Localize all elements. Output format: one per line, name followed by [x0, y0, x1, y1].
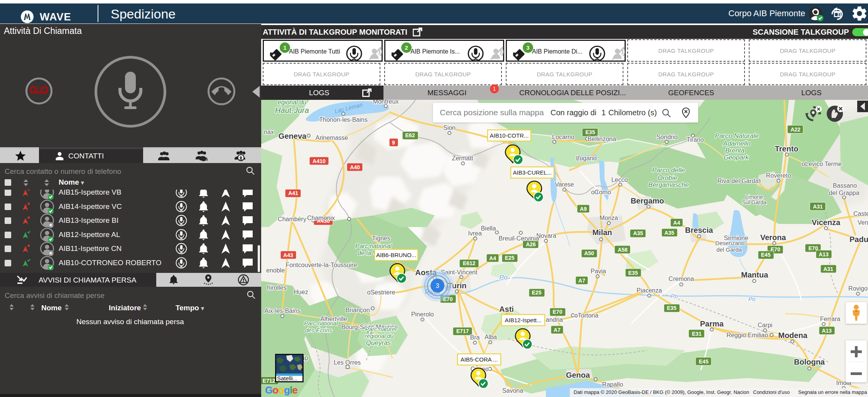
svg-text:Ivrea: Ivrea: [468, 230, 482, 237]
svg-text:Cremona: Cremona: [669, 276, 694, 282]
svg-text:Zermatt: Zermatt: [452, 155, 473, 161]
svg-text:A7: A7: [578, 278, 585, 284]
svg-text:Breuil-Cervinia: Breuil-Cervinia: [499, 235, 539, 242]
svg-text:Annemasse: Annemasse: [316, 135, 348, 141]
svg-text:Vene: Vene: [858, 219, 868, 226]
svg-text:Po: Po: [748, 296, 755, 302]
svg-text:A50: A50: [584, 250, 594, 256]
svg-text:Parma: Parma: [700, 320, 724, 328]
svg-text:E31: E31: [692, 331, 702, 337]
svg-text:E62: E62: [405, 132, 415, 138]
svg-text:Lecco: Lecco: [611, 177, 628, 183]
svg-text:Asti: Asti: [499, 305, 514, 313]
svg-text:AIB3-CUREL...: AIB3-CUREL...: [513, 169, 552, 176]
svg-text:E45: E45: [761, 252, 771, 258]
svg-text:Chambéry: Chambéry: [278, 216, 306, 222]
svg-text:Pinerolo: Pinerolo: [411, 311, 434, 318]
svg-text:9: 9: [392, 140, 395, 146]
svg-text:Haut-Jura: Haut-Jura: [275, 106, 309, 114]
svg-text:Geopark: Geopark: [723, 154, 749, 161]
svg-text:Fontcouverte-la-Toussuire: Fontcouverte-la-Toussuire: [286, 262, 357, 268]
svg-text:A31: A31: [823, 266, 833, 272]
svg-text:Reggio Emiliao: Reggio Emiliao: [726, 332, 768, 338]
svg-text:E25: E25: [532, 289, 542, 296]
svg-text:Brescia: Brescia: [685, 226, 713, 234]
svg-text:Rapallo: Rapallo: [602, 381, 623, 388]
svg-text:Parc national: Parc national: [304, 320, 338, 326]
svg-text:Bra: Bra: [470, 334, 480, 341]
svg-text:des Écrins: des Écrins: [305, 327, 333, 333]
svg-text:Sion: Sion: [443, 124, 456, 131]
svg-text:A13: A13: [819, 251, 829, 257]
svg-text:Briançon: Briançon: [345, 307, 370, 313]
svg-text:A13: A13: [822, 328, 832, 334]
svg-text:A4: A4: [489, 255, 496, 261]
svg-text:Parc naturel: Parc naturel: [365, 326, 397, 332]
svg-text:del Grappa: del Grappa: [829, 190, 859, 196]
svg-text:Padua: Padua: [849, 235, 868, 244]
svg-text:Bergamo: Bergamo: [631, 197, 664, 205]
svg-text:Orobie: Orobie: [657, 174, 677, 182]
svg-text:E25: E25: [505, 255, 515, 261]
svg-text:Sondrio: Sondrio: [656, 134, 677, 140]
svg-text:A7: A7: [554, 327, 561, 333]
svg-text:AIB12-Ispett...: AIB12-Ispett...: [505, 317, 541, 323]
svg-text:Bergamasche: Bergamasche: [648, 181, 689, 188]
svg-text:Parco delle: Parco delle: [652, 167, 685, 174]
svg-text:Mantua: Mantua: [741, 271, 768, 279]
svg-text:AIB6-BRUNO...: AIB6-BRUNO...: [376, 252, 416, 258]
svg-text:Castelfr: Castelfr: [853, 210, 868, 217]
svg-text:Novara: Novara: [536, 232, 556, 239]
svg-text:Locarno: Locarno: [552, 134, 574, 140]
svg-text:oTortona: oTortona: [574, 312, 598, 319]
svg-text:Rovigo: Rovigo: [848, 285, 868, 292]
svg-text:Tignes: Tignes: [372, 235, 390, 242]
svg-text:Les Orres: Les Orres: [334, 359, 361, 366]
svg-text:Riva del Garda: Riva del Garda: [718, 178, 759, 184]
svg-text:Parc national: Parc national: [355, 243, 392, 249]
svg-text:oSestriere: oSestriere: [367, 289, 395, 296]
svg-text:del Garda: del Garda: [716, 246, 742, 253]
svg-text:A35: A35: [664, 230, 674, 236]
svg-text:Carpi: Carpi: [758, 322, 772, 328]
svg-text:Savona: Savona: [502, 387, 523, 394]
svg-text:E717: E717: [456, 328, 469, 334]
svg-text:E35: E35: [628, 270, 638, 276]
svg-text:oLevico Terme: oLevico Terme: [802, 161, 842, 167]
svg-text:Trento: Trento: [775, 145, 798, 153]
svg-text:Piacenza: Piacenza: [637, 287, 662, 294]
svg-text:A410: A410: [312, 158, 326, 164]
svg-text:3: 3: [436, 283, 439, 289]
svg-text:A58: A58: [618, 247, 628, 253]
svg-text:Geneva: Geneva: [279, 132, 307, 140]
svg-text:Huez: Huez: [294, 289, 308, 295]
svg-text:Chamonix: Chamonix: [307, 215, 335, 221]
svg-text:E35: E35: [586, 129, 595, 135]
svg-text:Thonon-les-Bains: Thonon-les-Bains: [319, 116, 367, 123]
svg-text:Ferrara: Ferrara: [820, 316, 841, 322]
svg-text:A41: A41: [288, 190, 298, 196]
svg-text:Parco Naturale: Parco Naturale: [715, 132, 758, 140]
svg-text:Aix-les-Bains: Aix-les-Bains: [264, 308, 300, 314]
svg-text:Po: Po: [671, 293, 678, 299]
svg-text:E35: E35: [667, 305, 677, 311]
svg-text:andria: andria: [546, 316, 563, 323]
svg-text:E70: E70: [553, 309, 562, 315]
svg-text:Biella: Biella: [481, 225, 496, 232]
svg-text:Modena: Modena: [778, 331, 807, 340]
svg-text:régional du: régional du: [365, 333, 394, 339]
svg-text:A22: A22: [790, 126, 800, 133]
svg-text:hirolles: hirolles: [267, 284, 287, 291]
svg-text:Bellinzona: Bellinzona: [588, 136, 616, 142]
svg-text:Tirano: Tirano: [687, 136, 704, 143]
svg-text:Queyras: Queyras: [366, 339, 391, 347]
svg-text:A31: A31: [813, 204, 823, 210]
svg-text:Verona: Verona: [760, 233, 787, 242]
svg-text:Genoa: Genoa: [566, 371, 590, 379]
svg-text:A40: A40: [350, 164, 360, 170]
svg-text:Adamello: Adamello: [723, 140, 751, 147]
svg-text:E45: E45: [699, 358, 709, 365]
svg-text:Pavia: Pavia: [591, 268, 606, 274]
svg-text:Bologna: Bologna: [794, 358, 825, 366]
svg-text:Sul Garda: Sul Garda: [742, 199, 766, 205]
